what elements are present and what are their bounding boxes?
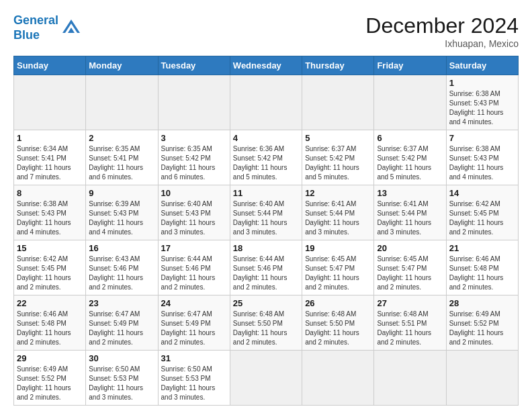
day-number: 29	[17, 353, 83, 363]
day-info: Sunrise: 6:37 AM Sunset: 5:42 PM Dayligh…	[305, 144, 371, 182]
day-header-tuesday: Tuesday	[158, 56, 230, 75]
calendar-week-2: 1 Sunrise: 6:34 AM Sunset: 5:41 PM Dayli…	[14, 130, 519, 185]
calendar-cell: 21 Sunrise: 6:46 AM Sunset: 5:48 PM Dayl…	[446, 240, 518, 295]
day-info: Sunrise: 6:48 AM Sunset: 5:50 PM Dayligh…	[233, 310, 299, 347]
calendar-cell: 5 Sunrise: 6:37 AM Sunset: 5:42 PM Dayli…	[302, 130, 374, 185]
day-info: Sunrise: 6:45 AM Sunset: 5:47 PM Dayligh…	[305, 255, 371, 292]
calendar-cell: 24 Sunrise: 6:47 AM Sunset: 5:49 PM Dayl…	[158, 295, 230, 351]
day-info: Sunrise: 6:48 AM Sunset: 5:50 PM Dayligh…	[305, 310, 371, 347]
calendar-cell	[230, 351, 302, 406]
day-info: Sunrise: 6:35 AM Sunset: 5:41 PM Dayligh…	[89, 144, 154, 182]
calendar-cell: 13 Sunrise: 6:41 AM Sunset: 5:44 PM Dayl…	[374, 185, 446, 240]
day-number: 1	[17, 133, 83, 143]
day-header-wednesday: Wednesday	[230, 56, 302, 75]
calendar-week-1: 1 Sunrise: 6:38 AM Sunset: 5:43 PM Dayli…	[14, 75, 519, 130]
day-header-sunday: Sunday	[14, 56, 86, 75]
day-info: Sunrise: 6:49 AM Sunset: 5:52 PM Dayligh…	[449, 310, 515, 347]
logo-icon	[61, 18, 81, 38]
calendar-cell	[302, 351, 374, 406]
calendar-header: SundayMondayTuesdayWednesdayThursdayFrid…	[14, 56, 519, 75]
day-header-thursday: Thursday	[302, 56, 374, 75]
calendar-cell: 11 Sunrise: 6:40 AM Sunset: 5:44 PM Dayl…	[230, 185, 302, 240]
day-number: 22	[17, 298, 83, 308]
day-number: 18	[233, 243, 299, 253]
day-number: 8	[17, 188, 83, 198]
calendar-cell: 28 Sunrise: 6:49 AM Sunset: 5:52 PM Dayl…	[446, 295, 518, 351]
calendar-cell: 3 Sunrise: 6:35 AM Sunset: 5:42 PM Dayli…	[158, 130, 230, 185]
calendar-cell	[230, 75, 302, 130]
day-number: 15	[17, 243, 83, 253]
calendar-cell: 29 Sunrise: 6:49 AM Sunset: 5:52 PM Dayl…	[14, 351, 86, 406]
day-number: 26	[305, 298, 371, 308]
calendar-cell: 30 Sunrise: 6:50 AM Sunset: 5:53 PM Dayl…	[86, 351, 158, 406]
day-info: Sunrise: 6:49 AM Sunset: 5:52 PM Dayligh…	[17, 365, 83, 402]
day-info: Sunrise: 6:42 AM Sunset: 5:45 PM Dayligh…	[17, 255, 83, 292]
calendar-cell: 20 Sunrise: 6:45 AM Sunset: 5:47 PM Dayl…	[374, 240, 446, 295]
day-number: 2	[89, 133, 154, 143]
calendar-cell: 10 Sunrise: 6:40 AM Sunset: 5:43 PM Dayl…	[158, 185, 230, 240]
days-of-week-row: SundayMondayTuesdayWednesdayThursdayFrid…	[14, 56, 519, 75]
day-info: Sunrise: 6:48 AM Sunset: 5:51 PM Dayligh…	[377, 310, 443, 347]
calendar-cell: 23 Sunrise: 6:47 AM Sunset: 5:49 PM Dayl…	[86, 295, 158, 351]
logo: GeneralBlue	[13, 13, 81, 42]
day-number: 4	[233, 133, 299, 143]
calendar-cell: 7 Sunrise: 6:38 AM Sunset: 5:43 PM Dayli…	[446, 130, 518, 185]
day-info: Sunrise: 6:41 AM Sunset: 5:44 PM Dayligh…	[305, 199, 371, 237]
calendar-cell	[158, 75, 230, 130]
location: Ixhuapan, Mexico	[365, 38, 519, 49]
day-number: 11	[233, 188, 299, 198]
day-info: Sunrise: 6:43 AM Sunset: 5:46 PM Dayligh…	[89, 255, 154, 292]
calendar-cell	[446, 351, 518, 406]
day-number: 1	[449, 78, 515, 88]
day-number: 16	[89, 243, 154, 253]
calendar-cell: 1 Sunrise: 6:34 AM Sunset: 5:41 PM Dayli…	[14, 130, 86, 185]
calendar-cell: 19 Sunrise: 6:45 AM Sunset: 5:47 PM Dayl…	[302, 240, 374, 295]
day-info: Sunrise: 6:50 AM Sunset: 5:53 PM Dayligh…	[89, 365, 154, 402]
month-title: December 2024	[365, 13, 519, 38]
calendar-cell: 1 Sunrise: 6:38 AM Sunset: 5:43 PM Dayli…	[446, 75, 518, 130]
calendar-week-3: 8 Sunrise: 6:38 AM Sunset: 5:43 PM Dayli…	[14, 185, 519, 240]
day-number: 19	[305, 243, 371, 253]
day-info: Sunrise: 6:39 AM Sunset: 5:43 PM Dayligh…	[89, 199, 154, 237]
day-info: Sunrise: 6:45 AM Sunset: 5:47 PM Dayligh…	[377, 255, 443, 292]
day-info: Sunrise: 6:41 AM Sunset: 5:44 PM Dayligh…	[377, 199, 443, 237]
calendar-cell	[86, 75, 158, 130]
day-number: 3	[161, 133, 227, 143]
day-number: 10	[161, 188, 227, 198]
day-number: 23	[89, 298, 154, 308]
calendar-cell: 12 Sunrise: 6:41 AM Sunset: 5:44 PM Dayl…	[302, 185, 374, 240]
day-number: 31	[161, 353, 227, 363]
day-info: Sunrise: 6:37 AM Sunset: 5:42 PM Dayligh…	[377, 144, 443, 182]
page-header: GeneralBlue December 2024 Ixhuapan, Mexi…	[13, 13, 519, 49]
calendar-cell: 17 Sunrise: 6:44 AM Sunset: 5:46 PM Dayl…	[158, 240, 230, 295]
day-number: 27	[377, 298, 443, 308]
calendar-cell: 6 Sunrise: 6:37 AM Sunset: 5:42 PM Dayli…	[374, 130, 446, 185]
day-number: 5	[305, 133, 371, 143]
day-header-friday: Friday	[374, 56, 446, 75]
day-info: Sunrise: 6:44 AM Sunset: 5:46 PM Dayligh…	[161, 255, 227, 292]
day-header-saturday: Saturday	[446, 56, 518, 75]
day-number: 12	[305, 188, 371, 198]
calendar-body: 1 Sunrise: 6:38 AM Sunset: 5:43 PM Dayli…	[14, 75, 519, 406]
calendar-cell	[14, 75, 86, 130]
day-info: Sunrise: 6:35 AM Sunset: 5:42 PM Dayligh…	[161, 144, 227, 182]
calendar-cell: 8 Sunrise: 6:38 AM Sunset: 5:43 PM Dayli…	[14, 185, 86, 240]
day-number: 30	[89, 353, 154, 363]
calendar-cell: 27 Sunrise: 6:48 AM Sunset: 5:51 PM Dayl…	[374, 295, 446, 351]
logo-text: GeneralBlue	[13, 13, 58, 42]
day-number: 28	[449, 298, 515, 308]
calendar-week-6: 29 Sunrise: 6:49 AM Sunset: 5:52 PM Dayl…	[14, 351, 519, 406]
calendar-cell: 26 Sunrise: 6:48 AM Sunset: 5:50 PM Dayl…	[302, 295, 374, 351]
day-number: 25	[233, 298, 299, 308]
calendar-cell	[374, 351, 446, 406]
calendar-cell: 25 Sunrise: 6:48 AM Sunset: 5:50 PM Dayl…	[230, 295, 302, 351]
calendar-table: SundayMondayTuesdayWednesdayThursdayFrid…	[13, 56, 519, 406]
day-info: Sunrise: 6:46 AM Sunset: 5:48 PM Dayligh…	[449, 255, 515, 292]
day-number: 14	[449, 188, 515, 198]
day-info: Sunrise: 6:38 AM Sunset: 5:43 PM Dayligh…	[17, 199, 83, 237]
day-info: Sunrise: 6:40 AM Sunset: 5:44 PM Dayligh…	[233, 199, 299, 237]
calendar-cell: 2 Sunrise: 6:35 AM Sunset: 5:41 PM Dayli…	[86, 130, 158, 185]
day-info: Sunrise: 6:47 AM Sunset: 5:49 PM Dayligh…	[161, 310, 227, 347]
day-info: Sunrise: 6:36 AM Sunset: 5:42 PM Dayligh…	[233, 144, 299, 182]
day-info: Sunrise: 6:40 AM Sunset: 5:43 PM Dayligh…	[161, 199, 227, 237]
